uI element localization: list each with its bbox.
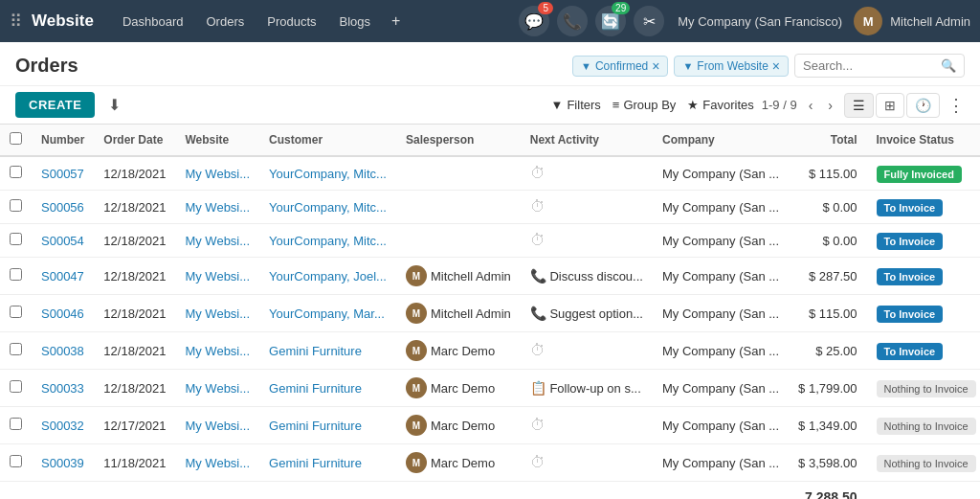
salesperson-avatar: M: [406, 265, 427, 286]
header-company: Company: [653, 125, 789, 157]
page-content: Orders ▼ Confirmed × ▼ From Website × 🔍 …: [0, 42, 980, 499]
nav-dashboard[interactable]: Dashboard: [113, 11, 193, 33]
salesperson-cell: MMitchell Admin: [396, 295, 521, 332]
table-row: S0003911/18/2021My Websi...Gemini Furnit…: [0, 444, 980, 482]
salesperson-name: Marc Demo: [431, 344, 495, 358]
refresh-badge: 29: [612, 2, 630, 14]
salesperson-avatar: M: [406, 303, 427, 324]
row-checkbox[interactable]: [10, 268, 22, 281]
total-cell: $ 115.00: [789, 295, 866, 332]
toolbar: CREATE ⬇ ▼ Filters ≡ Group By ★ Favorite…: [0, 85, 980, 124]
order-link[interactable]: S00032: [41, 419, 84, 433]
order-link[interactable]: S00047: [41, 269, 84, 284]
status-cell: To Invoice: [867, 295, 980, 332]
order-link[interactable]: S00056: [41, 200, 84, 215]
filter-website-label: From Website: [697, 59, 768, 73]
filter-from-website[interactable]: ▼ From Website ×: [674, 56, 789, 77]
clock-icon[interactable]: ⏱: [530, 165, 546, 181]
filter-confirmed[interactable]: ▼ Confirmed ×: [572, 56, 668, 77]
customer-cell: YourCompany, Mitc...: [259, 224, 396, 258]
task-icon[interactable]: 📋: [530, 380, 546, 396]
activity-text: Follow-up on s...: [549, 381, 640, 396]
toolbar-filters: ▼ Filters ≡ Group By ★ Favorites: [551, 98, 754, 112]
phone-icon[interactable]: 📞: [530, 306, 546, 321]
select-all-checkbox[interactable]: [10, 132, 22, 145]
grid-icon[interactable]: ⠿: [10, 11, 22, 32]
row-checkbox[interactable]: [10, 199, 22, 212]
row-checkbox[interactable]: [10, 306, 22, 318]
order-date: 12/18/2021: [94, 156, 175, 191]
table-footer-row: 7,288.50: [0, 482, 980, 500]
row-checkbox[interactable]: [10, 166, 22, 178]
search-icon[interactable]: 🔍: [941, 58, 956, 73]
nav-plus[interactable]: +: [384, 9, 408, 34]
nav-orders[interactable]: Orders: [196, 11, 254, 33]
order-link[interactable]: S00057: [41, 167, 84, 181]
nav-products[interactable]: Products: [257, 11, 325, 33]
footer-total: 7,288.50: [789, 482, 866, 500]
search-input[interactable]: [803, 58, 937, 73]
company-cell: My Company (San ...: [653, 370, 789, 407]
row-checkbox[interactable]: [10, 380, 22, 393]
filters-btn[interactable]: ▼ Filters: [551, 98, 601, 112]
activity-view-btn[interactable]: 🕐: [906, 93, 940, 118]
order-link[interactable]: S00038: [41, 344, 84, 358]
phone-btn[interactable]: 📞: [557, 6, 588, 36]
clock-icon[interactable]: ⏱: [530, 454, 546, 470]
table-row: S0003212/17/2021My Websi...Gemini Furnit…: [0, 407, 980, 444]
create-button[interactable]: CREATE: [15, 92, 95, 118]
company-cell: My Company (San ...: [653, 332, 789, 370]
header-salesperson: Salesperson: [396, 125, 521, 157]
refresh-btn[interactable]: 🔄 29: [595, 6, 626, 36]
favorites-btn[interactable]: ★ Favorites: [687, 98, 753, 112]
row-checkbox[interactable]: [10, 455, 22, 467]
download-button[interactable]: ⬇: [102, 92, 126, 118]
filter-website-close[interactable]: ×: [772, 59, 780, 73]
order-link[interactable]: S00033: [41, 381, 84, 396]
order-link[interactable]: S00054: [41, 234, 84, 248]
activity-text: Discuss discou...: [549, 269, 643, 284]
clock-icon[interactable]: ⏱: [530, 198, 546, 215]
clock-icon[interactable]: ⏱: [530, 232, 546, 248]
status-cell: To Invoice: [867, 224, 980, 258]
row-checkbox[interactable]: [10, 418, 22, 430]
order-link[interactable]: S00039: [41, 456, 84, 470]
filter-area: ▼ Confirmed × ▼ From Website × 🔍: [572, 54, 965, 78]
more-options-btn[interactable]: ⋮: [947, 95, 965, 116]
nav-blogs[interactable]: Blogs: [330, 11, 381, 33]
filter-funnel2-icon: ▼: [682, 60, 693, 72]
order-date: 12/18/2021: [94, 258, 175, 295]
customer-cell: YourCompany, Mar...: [259, 295, 396, 332]
total-cell: $ 1,349.00: [789, 407, 866, 444]
settings-btn[interactable]: ✂: [634, 6, 664, 36]
kanban-view-btn[interactable]: ⊞: [876, 93, 904, 118]
status-badge: To Invoice: [877, 199, 944, 216]
status-badge: Nothing to Invoice: [877, 418, 976, 435]
total-cell: $ 287.50: [789, 258, 866, 295]
row-checkbox[interactable]: [10, 343, 22, 355]
website-cell: My Websi...: [175, 258, 259, 295]
avatar[interactable]: M: [854, 7, 882, 35]
clock-icon[interactable]: ⏱: [530, 417, 546, 433]
salesperson-name: Mitchell Admin: [431, 269, 511, 284]
status-badge: To Invoice: [877, 343, 944, 360]
group-by-btn[interactable]: ≡ Group By: [612, 98, 677, 112]
filter-confirmed-close[interactable]: ×: [652, 59, 659, 73]
status-cell: Nothing to Invoice: [867, 370, 980, 407]
total-label: [0, 482, 789, 500]
customer-cell: Gemini Furniture: [259, 332, 396, 370]
clock-icon[interactable]: ⏱: [530, 342, 546, 358]
salesperson-name: Marc Demo: [431, 456, 495, 470]
website-cell: My Websi...: [175, 191, 259, 224]
list-view-btn[interactable]: ☰: [844, 93, 874, 118]
brand-label[interactable]: Website: [32, 11, 94, 31]
chat-btn[interactable]: 💬 5: [519, 6, 549, 36]
total-cell: $ 0.00: [789, 191, 866, 224]
next-page-btn[interactable]: ›: [824, 96, 836, 115]
order-link[interactable]: S00046: [41, 306, 84, 321]
phone-icon[interactable]: 📞: [530, 268, 546, 284]
activity-text: Suggest option...: [549, 306, 643, 321]
prev-page-btn[interactable]: ‹: [805, 96, 817, 115]
customer-cell: YourCompany, Joel...: [259, 258, 396, 295]
row-checkbox[interactable]: [10, 233, 22, 245]
